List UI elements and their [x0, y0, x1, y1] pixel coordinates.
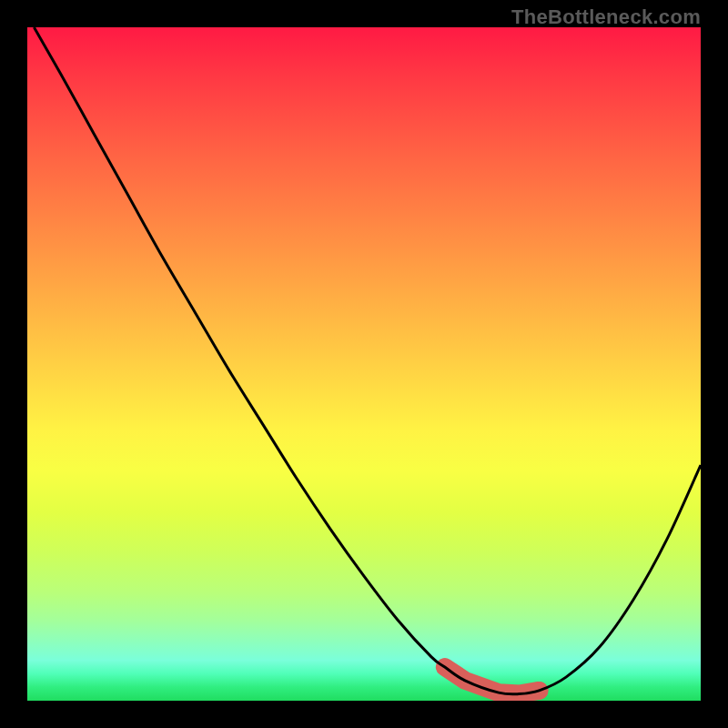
plot-area	[27, 27, 701, 701]
chart-svg	[27, 27, 701, 701]
chart-container: TheBottleneck.com	[0, 0, 728, 728]
bottleneck-curve-line	[34, 27, 701, 694]
watermark-text: TheBottleneck.com	[511, 5, 701, 29]
